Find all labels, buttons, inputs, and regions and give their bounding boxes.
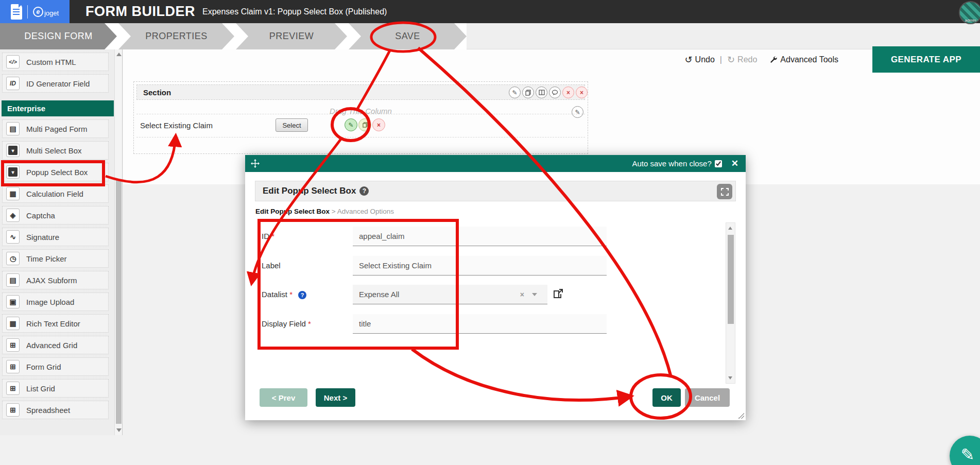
joget-e-icon: e	[33, 7, 43, 17]
top-bar: e joget FORM BUILDER Expenses Claim v1: …	[0, 0, 980, 23]
scroll-up-arrow[interactable]	[116, 53, 122, 56]
palette-item-image-upload[interactable]: ▣ Image Upload	[2, 292, 109, 311]
popup-select-field-row[interactable]: Select Existing Claim Select ✎ × Edit +	[136, 114, 585, 137]
undo-button[interactable]: ↺ Undo	[684, 55, 714, 64]
section-header[interactable]: Section ✎ × ×	[136, 84, 585, 100]
display-field-input[interactable]	[353, 314, 607, 334]
breadcrumb-separator: >	[332, 208, 336, 215]
palette-item-multi-paged-form[interactable]: ▤ Multi Paged Form	[2, 119, 109, 138]
ok-button[interactable]: OK	[652, 388, 681, 407]
wrench-icon	[769, 56, 778, 64]
palette-item-label: Calculation Field	[26, 190, 83, 198]
tab-preview[interactable]: PREVIEW	[236, 23, 347, 49]
palette-item-label: Form Grid	[26, 363, 61, 371]
tab-save-label: SAVE	[395, 31, 420, 42]
resize-handle[interactable]	[738, 412, 744, 419]
help-icon[interactable]: ?	[359, 186, 369, 196]
avatar-label: admin	[960, 18, 980, 23]
dialog-title-bar[interactable]: Auto save when close? ✕	[245, 155, 746, 172]
palette-item-ajax-subform[interactable]: ▤ AJAX Subform	[2, 271, 109, 289]
copy-glyph	[525, 90, 531, 96]
palette-item-custom-html[interactable]: </> Custom HTML	[2, 53, 109, 71]
redo-button[interactable]: ↻ Redo	[727, 55, 757, 64]
page-subtitle: Expenses Claim v1: Popup Select Box (Pub…	[202, 7, 387, 16]
generate-app-button[interactable]: GENERATE APP	[872, 46, 980, 73]
comment-icon[interactable]	[549, 87, 561, 98]
form-builder-page: e joget FORM BUILDER Expenses Claim v1: …	[0, 0, 980, 465]
palette-item-label: Image Upload	[26, 298, 74, 306]
next-button[interactable]: Next >	[316, 388, 355, 407]
scrollbar-thumb[interactable]	[728, 235, 734, 324]
delete-column-icon[interactable]: ×	[576, 87, 588, 98]
external-link-glyph	[553, 288, 563, 299]
popup-select-icon: ▾	[6, 165, 20, 179]
datalist-help-icon[interactable]: ?	[298, 291, 306, 299]
user-avatar[interactable]: admin	[959, 1, 980, 24]
enterprise-header-label: Enterprise	[7, 104, 45, 113]
palette-item-time-picker[interactable]: ◷ Time Picker	[2, 249, 109, 268]
delete-section-icon[interactable]: ×	[562, 87, 574, 98]
move-icon[interactable]	[251, 159, 260, 168]
tab-design-form-label: DESIGN FORM	[24, 31, 93, 42]
dropdown-caret-icon[interactable]	[532, 293, 537, 296]
cancel-button[interactable]: Cancel	[685, 388, 730, 407]
label-input[interactable]	[353, 256, 607, 275]
clear-selection-icon[interactable]: ×	[520, 290, 524, 299]
grid-icon: ⊞	[6, 382, 20, 395]
palette-item-calculation-field[interactable]: ▦ Calculation Field	[2, 184, 109, 203]
datalist-field-label: Datalist * ?	[262, 290, 306, 299]
open-datalist-icon[interactable]	[553, 288, 563, 301]
close-dialog-icon[interactable]: ✕	[731, 159, 738, 168]
edit-section-icon[interactable]: ✎	[509, 87, 521, 98]
joget-brand-text: joget	[44, 9, 59, 17]
generate-app-label: GENERATE APP	[891, 55, 961, 65]
page-title: FORM BUILDER	[85, 4, 195, 20]
scroll-down-arrow[interactable]	[728, 376, 732, 380]
enterprise-section-header: Enterprise	[2, 100, 114, 116]
fullscreen-icon[interactable]	[717, 184, 732, 199]
palette-item-multi-select-box[interactable]: ▾ Multi Select Box	[2, 141, 109, 160]
scroll-up-arrow[interactable]	[728, 227, 732, 230]
tab-properties[interactable]: PROPERTIES	[118, 23, 234, 49]
copy-field-icon[interactable]	[358, 118, 371, 131]
dialog-scrollbar[interactable]	[726, 222, 735, 384]
autosave-checkbox[interactable]	[715, 160, 722, 167]
undo-label: Undo	[695, 55, 715, 64]
palette-item-label: Rich Text Editor	[26, 319, 80, 328]
advanced-tools-button[interactable]: Advanced Tools	[769, 55, 838, 64]
scroll-down-arrow[interactable]	[116, 428, 122, 432]
palette-item-captcha[interactable]: ◈ Captcha	[2, 206, 109, 225]
copy-section-icon[interactable]	[522, 87, 534, 98]
sidebar-scrollbar[interactable]	[114, 49, 122, 435]
palette-item-popup-select-box[interactable]: ▾ Popup Select Box	[2, 163, 109, 181]
palette-item-advanced-grid[interactable]: ⊞ Advanced Grid	[2, 336, 109, 354]
expand-glyph	[721, 188, 729, 196]
shield-icon: ◈	[6, 209, 20, 222]
palette-item-signature[interactable]: ∿ Signature	[2, 228, 109, 246]
copy-glyph	[363, 122, 368, 128]
palette-item-rich-text-editor[interactable]: ▦ Rich Text Editor	[2, 314, 109, 333]
datalist-select[interactable]: Expense All ×	[353, 285, 547, 304]
columns-icon[interactable]	[536, 87, 547, 98]
prev-button[interactable]: < Prev	[260, 388, 307, 407]
delete-field-icon[interactable]: ×	[372, 118, 385, 131]
label-field-row: Label	[245, 256, 746, 275]
palette-item-spreadsheet[interactable]: ⊞ Spreadsheet	[2, 401, 109, 419]
tab-design-form[interactable]: DESIGN FORM	[0, 23, 117, 49]
autosave-toggle[interactable]: Auto save when close?	[632, 159, 721, 168]
form-section[interactable]: Section ✎ × × Drag This Column ✎ Select …	[133, 81, 588, 154]
scrollbar-thumb[interactable]	[116, 180, 122, 424]
palette-item-label: ID Generator Field	[26, 79, 90, 88]
required-mark: *	[271, 232, 274, 240]
app-logo[interactable]: e joget	[0, 0, 70, 23]
palette-item-list-grid[interactable]: ⊞ List Grid	[2, 379, 109, 398]
nav-tools: ↺ Undo | ↻ Redo Advanced Tools	[684, 46, 838, 73]
palette-item-form-grid[interactable]: ⊞ Form Grid	[2, 357, 109, 376]
select-button[interactable]: Select	[276, 118, 308, 132]
palette-item-id-generator[interactable]: ID ID Generator Field	[2, 74, 109, 93]
tab-save[interactable]: SAVE	[349, 23, 467, 49]
id-input[interactable]	[353, 227, 607, 246]
move-glyph	[251, 159, 260, 168]
quick-edit-fab[interactable]: ✎	[950, 436, 980, 465]
edit-field-icon[interactable]: ✎	[345, 118, 357, 131]
